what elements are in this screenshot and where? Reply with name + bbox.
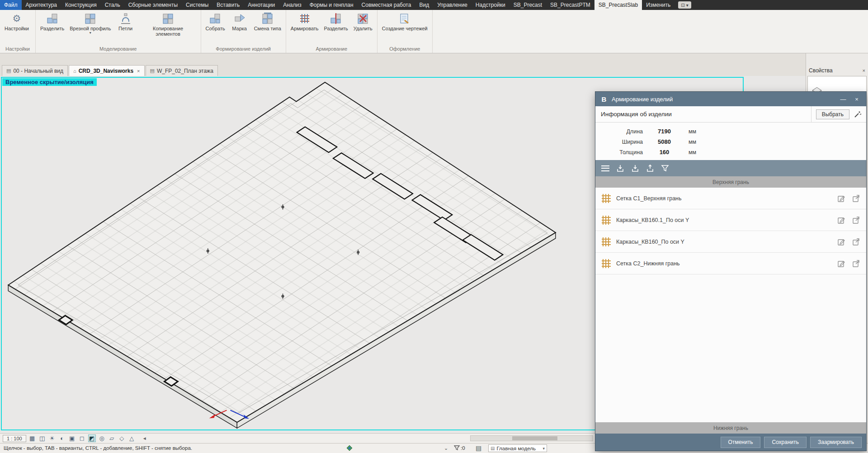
tab-collaborate[interactable]: Совместная работа <box>358 0 415 10</box>
width-unit: мм <box>686 139 713 145</box>
reveal-hidden-icon[interactable]: ◎ <box>98 434 106 442</box>
ribbon-group-label: Формирование изделий <box>201 45 286 53</box>
save-button[interactable]: Сохранить <box>764 437 807 448</box>
export-set-icon[interactable] <box>646 164 654 172</box>
tab-steel[interactable]: Сталь <box>101 0 124 10</box>
tab-addins[interactable]: Надстройки <box>472 0 509 10</box>
delete-button[interactable]: Удалить <box>352 11 374 43</box>
mark-button[interactable]: Марка <box>229 11 250 43</box>
horizontal-scrollbar[interactable] <box>470 435 593 441</box>
recessed-profile-button[interactable]: Врезной профиль ▾ <box>68 11 113 43</box>
close-icon[interactable]: × <box>852 96 862 103</box>
edit-icon[interactable] <box>837 194 845 203</box>
tab-sb-precastptm[interactable]: SB_PrecastPTM <box>546 0 594 10</box>
ribbon-group-label: Настройки <box>0 45 35 53</box>
chevron-down-icon: ▾ <box>542 446 545 451</box>
options-icon: ⊡ <box>681 3 684 8</box>
ribbon-group-documentation: Создание чертежей Оформление <box>377 10 433 53</box>
length-label: Длина <box>595 128 643 135</box>
loops-icon <box>119 12 132 25</box>
view-tab-crd-3d-navisworks[interactable]: ⌂ CRD_3D_Navisworks × <box>69 65 144 76</box>
hide-isolate-icon[interactable]: ◩ <box>88 434 96 442</box>
assemble-button[interactable]: Собрать <box>204 11 227 43</box>
dialog-title: Армирование изделий <box>612 96 673 103</box>
crop-view-icon[interactable]: ▣ <box>68 434 76 442</box>
edit-icon[interactable] <box>837 238 845 246</box>
tab-sb-precastslab[interactable]: SB_PrecastSlab <box>594 0 642 10</box>
length-unit: мм <box>686 128 713 135</box>
lock-view-icon[interactable]: ▱ <box>108 434 116 442</box>
list-item[interactable]: Сетка С1_Верхняя грань <box>595 188 866 209</box>
scrollbar-thumb[interactable] <box>512 436 557 440</box>
close-icon[interactable]: × <box>863 68 865 73</box>
editable-only-icon[interactable]: ▤ <box>476 444 481 452</box>
copy-elements-button[interactable]: Копирование элементов <box>138 11 198 43</box>
ribbon-group-reinforcement: Армировать Разделить Удалить Армирование <box>286 10 377 53</box>
reinforce-button[interactable]: Заармировать <box>810 437 862 448</box>
select-button[interactable]: Выбрать <box>816 109 849 119</box>
tab-systems[interactable]: Системы <box>182 0 212 10</box>
sun-path-icon[interactable]: ☀ <box>48 434 56 442</box>
tab-manage[interactable]: Управление <box>433 0 472 10</box>
loops-button[interactable]: Петли <box>115 11 137 43</box>
show-crop-icon[interactable]: ◻ <box>78 434 86 442</box>
split-button[interactable]: Разделить <box>38 11 66 43</box>
visual-style-icon[interactable]: ◫ <box>38 434 46 442</box>
filter-icon[interactable] <box>661 164 669 172</box>
tab-architecture[interactable]: Архитектура <box>22 0 61 10</box>
view-tab-floor-plan[interactable]: ▤ W_FP_02_План этажа <box>146 65 218 76</box>
minimize-icon[interactable]: — <box>838 96 848 103</box>
shadows-icon[interactable]: ◐ <box>58 434 66 442</box>
detail-level-icon[interactable]: ▦ <box>28 434 36 442</box>
edit-icon[interactable] <box>837 260 845 268</box>
export-icon[interactable] <box>852 260 860 268</box>
tab-insert[interactable]: Вставить <box>212 0 244 10</box>
create-drawings-button[interactable]: Создание чертежей <box>380 11 429 43</box>
dialog-title-bar[interactable]: B Армирование изделий — × <box>595 92 866 106</box>
export-icon[interactable] <box>852 216 860 224</box>
tab-precast[interactable]: Сборные элементы <box>124 0 182 10</box>
tab-analyze[interactable]: Анализ <box>279 0 306 10</box>
export-icon[interactable] <box>852 238 860 246</box>
split-reinforcement-button[interactable]: Разделить <box>322 11 350 43</box>
displacement-icon[interactable]: ◇ <box>118 434 126 442</box>
delete-icon <box>357 12 369 25</box>
close-tab-icon[interactable]: × <box>137 68 140 74</box>
tab-massing-site[interactable]: Формы и генплан <box>306 0 358 10</box>
bottom-face-section-header: Нижняя грань <box>595 422 866 434</box>
tab-annotate[interactable]: Аннотации <box>244 0 279 10</box>
model-selector[interactable]: ▤ Главная модель ▾ <box>488 444 547 452</box>
width-value: 5080 <box>643 138 686 145</box>
scale-button[interactable]: 1 : 100 <box>3 435 26 442</box>
settings-button[interactable]: ⚙ Настройки <box>3 11 31 43</box>
list-item[interactable]: Каркасы_КВ160.1_По оси Y <box>595 209 866 231</box>
tab-view[interactable]: Вид <box>415 0 433 10</box>
tab-sb-precast[interactable]: SB_Precast <box>509 0 546 10</box>
import-set-icon[interactable] <box>616 164 624 172</box>
chevron-down-icon[interactable]: ⌄ <box>444 445 448 451</box>
ribbon-group-settings: ⚙ Настройки Настройки <box>0 10 36 53</box>
change-type-button[interactable]: Смена типа <box>252 11 283 43</box>
selection-filter-button[interactable]: :0 <box>454 445 465 451</box>
tab-modify[interactable]: Изменить <box>642 0 675 10</box>
dropdown-icon: ▾ <box>686 3 689 8</box>
list-item[interactable]: Каркасы_КВ160_По оси Y <box>595 231 866 253</box>
temporary-hide-isolate-label: Временное скрытие/изоляция <box>2 78 97 86</box>
edit-icon[interactable] <box>837 216 845 224</box>
collapse-left-icon[interactable]: ◄ <box>142 436 147 441</box>
import-template-icon[interactable] <box>631 164 639 172</box>
list-item[interactable]: Сетка С2_Нижняя грань <box>595 253 866 274</box>
tab-file[interactable]: Файл <box>0 0 22 10</box>
tab-structure[interactable]: Конструкция <box>61 0 101 10</box>
cancel-button[interactable]: Отменить <box>721 437 761 448</box>
reinforce-button[interactable]: Армировать <box>289 11 321 43</box>
mesh-icon <box>601 259 611 269</box>
workset-status-icon <box>346 445 353 452</box>
magic-wand-icon[interactable] <box>854 110 862 118</box>
view-tab-start[interactable]: ▤ 00 - Начальный вид <box>2 65 68 76</box>
list-empty-area <box>595 274 866 422</box>
constraints-icon[interactable]: △ <box>128 434 136 442</box>
menu-icon[interactable] <box>601 165 609 171</box>
export-icon[interactable] <box>852 194 860 203</box>
ribbon-options-button[interactable]: ⊡ ▾ <box>678 1 691 9</box>
